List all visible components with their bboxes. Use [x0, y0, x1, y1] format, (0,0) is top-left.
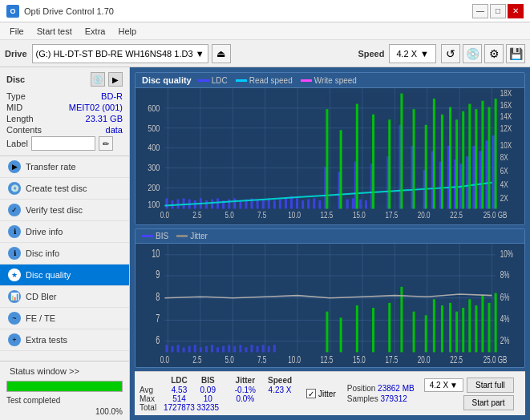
avg-speed: 4.23 X	[261, 386, 298, 394]
transfer-rate-icon: ▶	[8, 160, 21, 173]
status-text: Test completed	[3, 395, 126, 407]
disc-type-row: Type BD-R	[6, 91, 123, 101]
sidebar-nav: ▶ Transfer rate 💿 Create test disc ✓ Ver…	[0, 156, 129, 351]
svg-rect-161	[233, 346, 236, 353]
maximize-button[interactable]: □	[490, 4, 506, 18]
bottom-chart-area: 10 9 8 7 6 10% 8% 6% 4% 2% 0.0 2.5 5.0 7…	[136, 244, 524, 367]
sidebar-item-transfer-rate[interactable]: ▶ Transfer rate	[0, 156, 129, 178]
disc-icon-1[interactable]: 💿	[91, 72, 105, 87]
start-full-button[interactable]: Start full	[467, 378, 514, 393]
total-bis: 33235	[195, 403, 221, 412]
avg-bis: 0.09	[195, 386, 221, 394]
sidebar-item-cd-bler[interactable]: 📊 CD Bler	[0, 286, 129, 308]
svg-text:15.0: 15.0	[353, 355, 366, 365]
top-panel: Disc quality LDC Read speed Write speed	[135, 72, 525, 225]
sidebar-item-disc-info[interactable]: ℹ Disc info	[0, 243, 129, 265]
svg-text:12.5: 12.5	[321, 211, 334, 220]
label-edit-button[interactable]: ✏	[99, 136, 113, 151]
start-part-button[interactable]: Start part	[463, 395, 514, 410]
create-test-disc-icon: 💿	[8, 182, 21, 195]
svg-rect-110	[495, 99, 497, 208]
svg-rect-91	[359, 200, 362, 209]
svg-rect-94	[340, 130, 342, 208]
svg-text:2%: 2%	[500, 335, 510, 345]
speed-dropdown[interactable]: 4.2 X ▼	[389, 44, 436, 63]
total-speed	[261, 403, 298, 412]
sidebar-item-create-test-disc[interactable]: 💿 Create test disc	[0, 178, 129, 200]
legend-write-speed: Write speed	[301, 76, 357, 85]
svg-rect-98	[400, 94, 403, 209]
sidebar-status: Status window >> Test completed 100.0%	[0, 351, 129, 420]
svg-text:2.5: 2.5	[192, 211, 201, 220]
col-speed: Speed	[261, 375, 298, 386]
svg-rect-164	[250, 345, 253, 352]
svg-rect-52	[216, 198, 219, 208]
svg-text:25.0 GB: 25.0 GB	[483, 355, 508, 365]
disc-button[interactable]: 💿	[463, 44, 482, 63]
refresh-button[interactable]: ↺	[441, 44, 460, 63]
label-input[interactable]	[31, 136, 95, 151]
eject-button[interactable]: ⏏	[212, 44, 231, 63]
sidebar-item-drive-info[interactable]: ℹ Drive info	[0, 221, 129, 243]
svg-text:4X: 4X	[500, 180, 509, 189]
speed-label: Speed	[358, 49, 384, 59]
max-bis: 10	[195, 394, 221, 403]
sidebar-item-verify-test-disc[interactable]: ✓ Verify test disc	[0, 200, 129, 221]
extra-tests-icon: +	[8, 333, 21, 346]
save-button[interactable]: 💾	[506, 44, 525, 63]
svg-rect-154	[194, 345, 196, 352]
bottom-chart-svg: 10 9 8 7 6 10% 8% 6% 4% 2% 0.0 2.5 5.0 7…	[136, 244, 524, 367]
sidebar-item-fe-te[interactable]: ~ FE / TE	[0, 308, 129, 329]
disc-header: Disc 💿 ▶	[6, 72, 123, 87]
svg-rect-169	[326, 312, 328, 353]
menu-extra[interactable]: Extra	[79, 25, 112, 38]
toolbar: Drive (G:) HL-DT-ST BD-RE WH16NS48 1.D3 …	[0, 40, 530, 67]
disc-icon-2[interactable]: ▶	[108, 72, 123, 87]
menu-help[interactable]: Help	[111, 25, 143, 38]
svg-text:0.0: 0.0	[160, 355, 169, 365]
svg-text:400: 400	[148, 142, 160, 152]
menu-start-test[interactable]: Start test	[30, 25, 79, 38]
disc-mid-row: MID MEIT02 (001)	[6, 103, 123, 112]
speed-select[interactable]: 4.2 X ▼	[424, 378, 463, 392]
svg-rect-165	[257, 346, 259, 353]
svg-rect-97	[388, 119, 390, 208]
svg-rect-159	[222, 346, 225, 353]
close-button[interactable]: ✕	[508, 4, 524, 18]
verify-test-disc-icon: ✓	[8, 204, 21, 216]
jitter-checkbox[interactable]: ✓	[306, 389, 316, 398]
drive-label: Drive	[5, 49, 27, 59]
drive-dropdown[interactable]: (G:) HL-DT-ST BD-RE WH16NS48 1.D3 ▼	[32, 44, 208, 63]
main-layout: Disc 💿 ▶ Type BD-R MID MEIT02 (001) Leng…	[0, 67, 530, 420]
top-legend: LDC Read speed Write speed	[198, 76, 357, 85]
svg-rect-173	[388, 303, 390, 353]
svg-text:15.0: 15.0	[353, 211, 366, 220]
menu-file[interactable]: File	[3, 25, 30, 38]
svg-rect-175	[413, 312, 415, 353]
svg-rect-176	[425, 315, 427, 352]
svg-text:12.5: 12.5	[321, 355, 334, 365]
total-ldc: 1727873	[164, 403, 195, 412]
svg-rect-158	[216, 347, 219, 352]
disc-quality-title: Disc quality	[142, 75, 192, 85]
progress-percent: 100.0%	[3, 407, 126, 418]
status-window-button[interactable]: Status window >>	[3, 363, 126, 379]
svg-rect-89	[346, 200, 349, 209]
cd-bler-icon: 📊	[8, 290, 21, 303]
svg-text:17.5: 17.5	[385, 211, 398, 220]
stats-table: LDC BIS Jitter Speed Avg 4.53 0.09 -0.1%	[140, 375, 298, 412]
sidebar-item-disc-quality[interactable]: ★ Disc quality	[0, 265, 129, 286]
svg-text:7: 7	[156, 313, 160, 325]
svg-text:500: 500	[148, 122, 160, 132]
svg-rect-185	[488, 303, 491, 353]
svg-text:4%: 4%	[500, 314, 510, 325]
disc-section: Disc 💿 ▶ Type BD-R MID MEIT02 (001) Leng…	[0, 67, 129, 156]
svg-rect-157	[211, 345, 213, 352]
position-row: Position 23862 MB	[347, 384, 415, 393]
legend-bis: BIS	[142, 232, 168, 240]
svg-text:7.5: 7.5	[257, 211, 266, 220]
settings-button[interactable]: ⚙	[484, 44, 504, 63]
minimize-button[interactable]: —	[472, 4, 488, 18]
sidebar-item-extra-tests[interactable]: + Extra tests	[0, 329, 129, 351]
svg-rect-162	[239, 345, 241, 352]
